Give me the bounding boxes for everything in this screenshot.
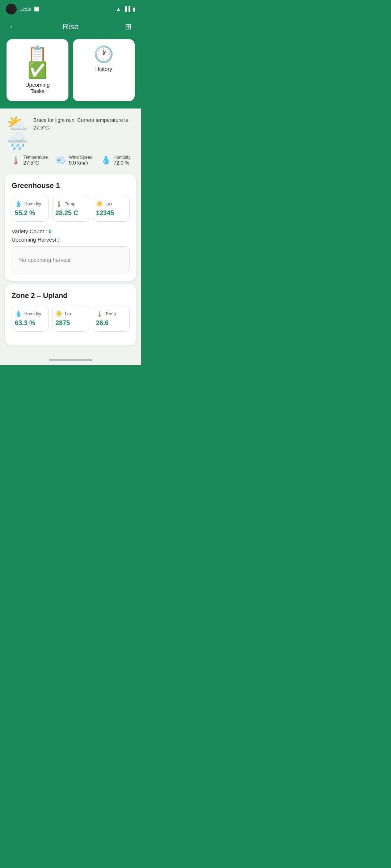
app-header: ← Rise ⊞ bbox=[0, 17, 141, 39]
z2-humidity-card: 💧 Humidity 63.3 % bbox=[12, 306, 49, 332]
z2-lux-card: ☀️ Lux 2875 bbox=[52, 306, 89, 332]
gh1-temp-value: 28.25 C bbox=[55, 209, 78, 217]
weather-alert: ⛅🌧️ Brace for light rain. Current temper… bbox=[7, 115, 135, 150]
variety-count-row: Variety Count : 0 bbox=[12, 228, 130, 234]
upcoming-tasks-card[interactable]: 📋✅ UpcomingTasks bbox=[7, 39, 68, 101]
humidity-stat: 💧 Humidity 72.0 % bbox=[101, 155, 131, 166]
zone2-sensors: 💧 Humidity 63.3 % ☀️ Lux 2875 🌡️ Temp 26… bbox=[12, 306, 130, 332]
variety-count-value: 0 bbox=[49, 228, 51, 234]
variety-count-label: Variety Count : bbox=[12, 228, 47, 234]
z2-lux-icon: ☀️ bbox=[55, 310, 63, 317]
wind-speed-stat: 💨 Wind Speed 9.0 km/h bbox=[56, 155, 92, 166]
zone2-title: Zone 2 – Upland bbox=[12, 292, 130, 300]
zone2-card: Zone 2 – Upland 💧 Humidity 63.3 % ☀️ Lux… bbox=[5, 284, 136, 345]
wifi-icon: ▲ bbox=[116, 6, 121, 12]
humidity-icon: 💧 bbox=[101, 156, 111, 165]
home-bar bbox=[49, 359, 92, 361]
z2-humidity-value: 63.3 % bbox=[15, 319, 35, 327]
z2-temp-icon: 🌡️ bbox=[96, 310, 103, 317]
history-card[interactable]: 🕐 History bbox=[73, 39, 135, 101]
status-right: ▲ ▐▐ ▮ bbox=[116, 6, 135, 12]
gh1-humidity-icon: 💧 bbox=[15, 200, 22, 207]
wind-icon: 💨 bbox=[56, 156, 66, 165]
upcoming-tasks-label: UpcomingTasks bbox=[25, 82, 50, 94]
status-left: 12:28 🅵 bbox=[6, 4, 39, 14]
weather-stats: 🌡️ Temperature 27.5°C 💨 Wind Speed 9.0 k… bbox=[7, 155, 135, 166]
signal-icon: ▐▐ bbox=[123, 6, 130, 12]
greenhouse1-title: Greenhouse 1 bbox=[12, 182, 130, 190]
gh1-lux-value: 12345 bbox=[96, 209, 114, 217]
weather-icon: ⛅🌧️ bbox=[7, 115, 28, 150]
upcoming-harvest-label: Upcoming Harvest : bbox=[12, 237, 59, 243]
weather-section: ⛅🌧️ Brace for light rain. Current temper… bbox=[0, 109, 141, 171]
z2-humidity-icon: 💧 bbox=[15, 310, 22, 317]
weather-alert-text: Brace for light rain. Current temperatur… bbox=[33, 115, 135, 132]
no-harvest-text: No upcoming harvest bbox=[19, 257, 71, 263]
gh1-temp-label: Temp bbox=[65, 201, 75, 207]
page-title: Rise bbox=[63, 22, 79, 31]
home-indicator bbox=[0, 356, 141, 365]
humidity-value: 72.0 % bbox=[114, 160, 131, 166]
gh1-temp-card: 🌡️ Temp 28.25 C bbox=[52, 196, 89, 222]
z2-lux-value: 2875 bbox=[55, 319, 70, 327]
wind-value: 9.0 km/h bbox=[69, 160, 92, 166]
gh1-temp-icon: 🌡️ bbox=[55, 200, 63, 207]
greenhouse1-card: Greenhouse 1 💧 Humidity 55.2 % 🌡️ Temp 2… bbox=[5, 174, 136, 281]
z2-humidity-label: Humidity bbox=[24, 311, 41, 316]
gh1-humidity-value: 55.2 % bbox=[15, 209, 35, 217]
z2-lux-label: Lux bbox=[65, 311, 72, 316]
status-bar: 12:28 🅵 ▲ ▐▐ ▮ bbox=[0, 0, 141, 17]
no-harvest-box: No upcoming harvest bbox=[12, 246, 130, 273]
main-content: ⛅🌧️ Brace for light rain. Current temper… bbox=[0, 109, 141, 365]
history-label: History bbox=[95, 66, 112, 72]
battery-icon: ▮ bbox=[133, 6, 135, 12]
gh1-lux-label: Lux bbox=[105, 201, 112, 207]
temperature-stat: 🌡️ Temperature 27.5°C bbox=[11, 155, 48, 166]
gh1-lux-icon: ☀️ bbox=[96, 200, 103, 207]
z2-temp-card: 🌡️ Temp 26.6 bbox=[93, 306, 130, 332]
gh1-humidity-card: 💧 Humidity 55.2 % bbox=[12, 196, 49, 222]
status-dot bbox=[6, 4, 17, 14]
history-icon: 🕐 bbox=[94, 46, 114, 62]
temperature-value: 27.5°C bbox=[24, 160, 48, 166]
temperature-label: Temperature bbox=[24, 155, 48, 160]
status-time: 12:28 bbox=[20, 7, 31, 12]
greenhouse1-sensors: 💧 Humidity 55.2 % 🌡️ Temp 28.25 C ☀️ Lux… bbox=[12, 196, 130, 222]
qr-button[interactable]: ⊞ bbox=[122, 20, 135, 33]
z2-temp-value: 26.6 bbox=[96, 319, 109, 327]
z2-temp-label: Temp bbox=[105, 311, 116, 316]
gh1-lux-card: ☀️ Lux 12345 bbox=[93, 196, 130, 222]
thermometer-icon: 🌡️ bbox=[11, 156, 21, 165]
back-button[interactable]: ← bbox=[7, 20, 20, 33]
wind-label: Wind Speed bbox=[69, 155, 92, 160]
humidity-label: Humidity bbox=[114, 155, 131, 160]
upcoming-tasks-icon: 📋✅ bbox=[28, 46, 47, 78]
quick-actions: 📋✅ UpcomingTasks 🕐 History bbox=[0, 39, 141, 109]
upcoming-harvest-row: Upcoming Harvest : bbox=[12, 237, 130, 243]
gh1-humidity-label: Humidity bbox=[24, 201, 41, 207]
sim-icon: 🅵 bbox=[34, 7, 39, 12]
